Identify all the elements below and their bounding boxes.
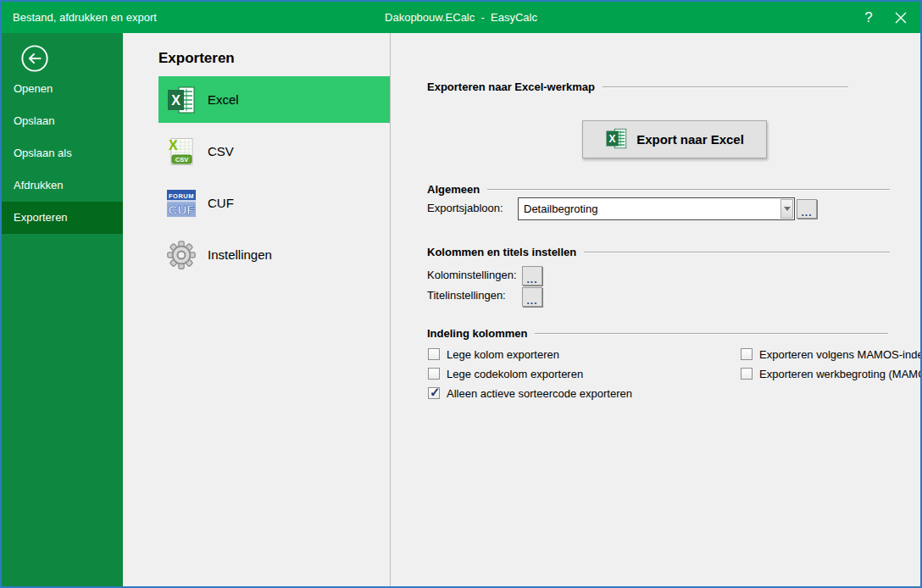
excel-icon: X bbox=[605, 127, 628, 153]
svg-text:CSV: CSV bbox=[175, 155, 188, 163]
backstage-sidebar: Openen Opslaan Opslaan als Afdrukken Exp… bbox=[2, 33, 123, 586]
export-target-panel: Exporteren X Excel bbox=[123, 33, 391, 586]
titlebar: Bestand, afdrukken en export Dakopbouw.E… bbox=[2, 2, 920, 33]
gear-icon bbox=[166, 240, 197, 270]
svg-text:X: X bbox=[169, 138, 178, 153]
sidebar-item-exporteren[interactable]: Exporteren bbox=[2, 202, 123, 234]
group-divider-line bbox=[603, 86, 848, 88]
export-target-instellingen[interactable]: Instellingen bbox=[158, 231, 390, 278]
chevron-down-icon[interactable] bbox=[780, 199, 793, 219]
exportsjabloon-input[interactable] bbox=[519, 198, 780, 219]
excel-icon: X bbox=[166, 85, 197, 115]
help-icon[interactable]: ? bbox=[859, 8, 878, 28]
export-target-cuf[interactable]: FORUM CUF CUF bbox=[158, 180, 390, 226]
sidebar-item-openen[interactable]: Openen bbox=[2, 73, 123, 105]
sidebar-item-afdrukken[interactable]: Afdrukken bbox=[2, 169, 123, 202]
export-target-label: Excel bbox=[208, 92, 239, 107]
kolominstellingen-label: Kolominstellingen: bbox=[427, 269, 517, 282]
back-button[interactable] bbox=[20, 44, 49, 73]
group-header-indeling-kolommen: Indeling kolommen bbox=[427, 326, 888, 340]
svg-text:FORUM: FORUM bbox=[169, 191, 194, 199]
group-header-kolommen-titels: Kolommen en titels instellen bbox=[427, 245, 890, 258]
checkbox[interactable] bbox=[428, 348, 440, 360]
checkbox[interactable] bbox=[428, 368, 440, 380]
checkbox-lege-codekolom[interactable]: Lege codekolom exporteren bbox=[428, 367, 583, 380]
checkbox-mamos-indeling[interactable]: Exporteren volgens MAMOS-indeling bbox=[741, 347, 922, 361]
export-target-label: Instellingen bbox=[208, 247, 272, 262]
export-target-excel[interactable]: X Excel bbox=[158, 76, 390, 123]
checkbox-alleen-actieve-sorteercode[interactable]: Alleen actieve sorteercode exporteren bbox=[428, 386, 632, 400]
export-target-label: CSV bbox=[208, 144, 234, 158]
group-divider-line bbox=[487, 189, 890, 191]
close-icon[interactable] bbox=[891, 8, 910, 28]
titlebar-section-label: Bestand, afdrukken en export bbox=[13, 11, 157, 24]
exportsjabloon-label: Exportsjabloon: bbox=[427, 202, 503, 215]
svg-text:X: X bbox=[171, 93, 181, 108]
sidebar-item-opslaan-als[interactable]: Opslaan als bbox=[2, 137, 123, 169]
export-target-label: CUF bbox=[208, 196, 234, 210]
group-header-algemeen: Algemeen bbox=[427, 182, 890, 196]
group-divider-line bbox=[535, 333, 888, 335]
app-window: Bestand, afdrukken en export Dakopbouw.E… bbox=[0, 0, 922, 588]
kolominstellingen-button[interactable]: ... bbox=[522, 266, 542, 286]
sidebar-item-opslaan[interactable]: Opslaan bbox=[2, 105, 123, 137]
svg-text:X: X bbox=[609, 133, 616, 145]
exportsjabloon-browse-button[interactable]: ... bbox=[797, 199, 817, 219]
export-naar-excel-button[interactable]: X Export naar Excel bbox=[582, 120, 767, 158]
export-settings-panel: Exporteren naar Excel-werkmap X Export n… bbox=[391, 33, 920, 586]
export-button-label: Export naar Excel bbox=[636, 132, 744, 147]
group-header-excel-werkmap: Exporteren naar Excel-werkmap bbox=[427, 80, 848, 93]
export-target-csv[interactable]: X CSV CSV bbox=[158, 128, 390, 175]
checkbox-lege-kolom[interactable]: Lege kolom exporteren bbox=[428, 347, 559, 361]
checkbox[interactable] bbox=[741, 348, 753, 360]
cuf-icon: FORUM CUF bbox=[166, 188, 197, 219]
titelinstellingen-button[interactable]: ... bbox=[522, 287, 542, 307]
panel-title: Exporteren bbox=[158, 50, 390, 70]
titelinstellingen-label: Titelinstellingen: bbox=[427, 289, 506, 302]
exportsjabloon-combobox[interactable] bbox=[518, 197, 795, 220]
svg-text:CUF: CUF bbox=[169, 202, 195, 217]
group-divider-line bbox=[584, 252, 890, 253]
checkbox-werkbegroting-mamos[interactable]: Exporteren werkbegroting (MAMOS) bbox=[741, 367, 922, 380]
csv-icon: X CSV bbox=[166, 136, 197, 167]
checkbox[interactable] bbox=[428, 387, 440, 399]
checkbox[interactable] bbox=[741, 368, 753, 380]
